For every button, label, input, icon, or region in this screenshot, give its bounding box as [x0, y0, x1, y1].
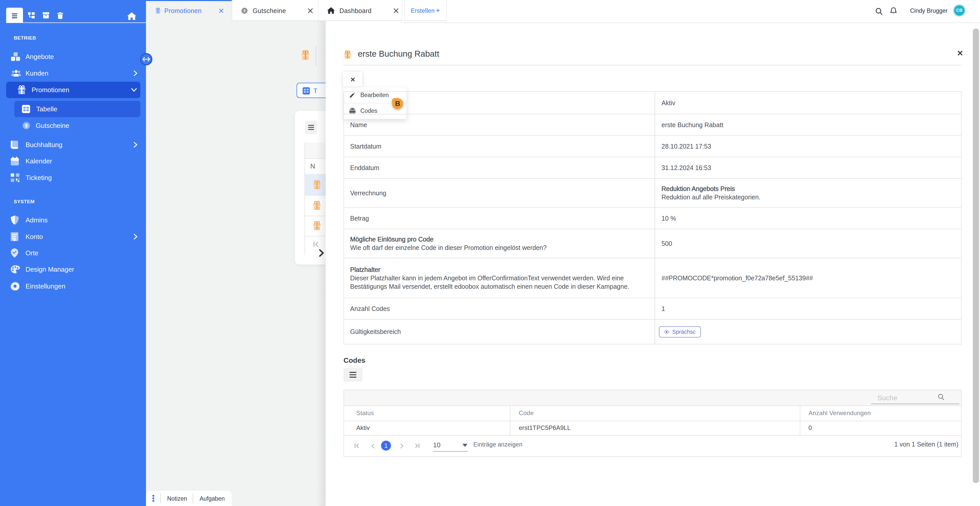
- svg-text:$: $: [25, 123, 27, 129]
- svg-text:$: $: [243, 9, 245, 13]
